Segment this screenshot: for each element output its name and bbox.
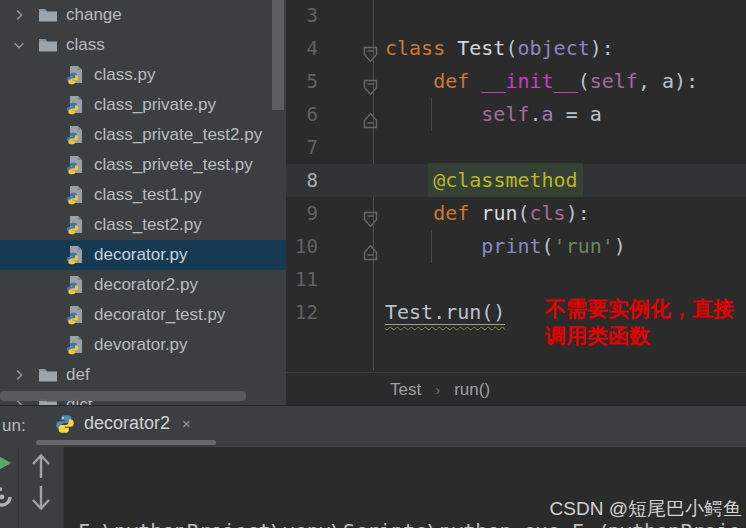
code-line-6[interactable]: 6 self.a = a (286, 98, 746, 131)
code-line-4[interactable]: 4class Test(object): (286, 32, 746, 65)
code-line-7[interactable]: 7 (286, 131, 746, 164)
code-token: self (481, 102, 529, 126)
tree-file-class-private-test2-py[interactable]: class_private_test2.py (0, 120, 286, 150)
tree-item-label: class (66, 35, 105, 55)
code-token: a (542, 102, 554, 126)
code-token: @classmethod (433, 168, 578, 192)
chevron-right-icon[interactable] (10, 366, 28, 384)
fold-marker-up-icon[interactable] (363, 106, 378, 123)
gutter-fold-column (318, 131, 376, 164)
rerun-play-icon[interactable] (0, 452, 13, 474)
run-tab-label[interactable]: decorator2 (84, 413, 170, 434)
tree-folder-def[interactable]: def (0, 360, 286, 390)
code-line-8[interactable]: 8 @classmethod (286, 164, 746, 197)
tree-folder-class[interactable]: class (0, 30, 286, 60)
chevron-down-icon[interactable] (10, 36, 28, 54)
console-scroll-toolbar (18, 447, 64, 528)
editor-lines: 34class Test(object):5 def __init__(self… (286, 0, 746, 329)
code-text: @classmethod (376, 164, 578, 197)
line-number: 9 (286, 197, 318, 230)
breadcrumb-method[interactable]: run() (454, 380, 490, 400)
code-token (385, 201, 433, 225)
line-number: 5 (286, 65, 318, 98)
python-file-icon (66, 156, 86, 175)
up-arrow-icon[interactable] (28, 452, 54, 480)
down-arrow-icon[interactable] (28, 484, 54, 512)
code-token: cls (530, 201, 566, 225)
tree-file-class-test2-py[interactable]: class_test2.py (0, 210, 286, 240)
code-token: ( (517, 201, 529, 225)
python-file-icon (66, 306, 86, 325)
breadcrumb-class[interactable]: Test (390, 380, 421, 400)
code-text (376, 263, 385, 296)
tree-horizontal-scrollbar[interactable] (0, 391, 246, 401)
code-editor[interactable]: 34class Test(object):5 def __init__(self… (286, 0, 746, 372)
code-line-3[interactable]: 3 (286, 0, 746, 32)
watermark: CSDN @短尾巴小鳄鱼 (550, 496, 742, 522)
code-text: def run(cls): (376, 197, 590, 230)
run-tab-strip: un: decorator2 × (0, 406, 746, 447)
tree-item-label: class.py (94, 65, 155, 85)
python-file-icon (66, 276, 86, 295)
code-token: ): (590, 36, 614, 60)
wrench-icon[interactable] (0, 485, 14, 509)
project-tree-panel: changeclassclass.pyclass_private.pyclass… (0, 0, 286, 405)
fold-marker-down-icon[interactable] (363, 73, 378, 90)
tree-file-class-py[interactable]: class.py (0, 60, 286, 90)
run-label: un: (2, 416, 26, 436)
active-tab-underline (36, 440, 216, 445)
tree-vertical-scrollbar[interactable] (272, 0, 284, 110)
code-token: print (481, 234, 541, 258)
line-number: 3 (286, 0, 318, 32)
tree-file-decorator-test-py[interactable]: decorator_test.py (0, 300, 286, 330)
code-token: Test (457, 36, 505, 60)
tree-file-class-private-py[interactable]: class_private.py (0, 90, 286, 120)
code-text: Test.run() (376, 296, 505, 329)
code-token: , a): (638, 69, 698, 93)
gutter-fold-column (318, 164, 376, 197)
code-token: run (481, 201, 517, 225)
tree-item-label: decorator2.py (94, 275, 198, 295)
close-icon[interactable]: × (182, 415, 191, 432)
project-tree: changeclassclass.pyclass_private.pyclass… (0, 0, 286, 405)
tree-file-devorator-py[interactable]: devorator.py (0, 330, 286, 360)
tree-file-decorator-py[interactable]: decorator.py (0, 240, 286, 270)
python-file-icon (66, 66, 86, 85)
code-text: self.a = a (376, 98, 602, 131)
code-token: Test.run() (385, 300, 505, 325)
run-tab-decorator2[interactable]: decorator2 × (55, 413, 191, 434)
tree-item-label: class_test1.py (94, 185, 202, 205)
code-text: class Test(object): (376, 32, 614, 65)
tree-file-class-test1-py[interactable]: class_test1.py (0, 180, 286, 210)
python-file-icon (66, 246, 86, 265)
red-annotation: 不需要实例化，直接 调用类函数 (545, 295, 734, 349)
python-file-icon (66, 186, 86, 205)
tree-folder-change[interactable]: change (0, 0, 286, 30)
tree-item-label: def (66, 365, 90, 385)
code-text: print('run') (376, 230, 626, 263)
run-console[interactable]: F:\pythonProject\venv\Scripts\python.exe… (0, 447, 746, 528)
code-line-11[interactable]: 11 (286, 263, 746, 296)
line-number: 8 (286, 164, 318, 197)
tree-file-class-privete-test-py[interactable]: class_privete_test.py (0, 150, 286, 180)
python-logo-icon (55, 414, 75, 434)
chevron-right-icon[interactable] (10, 6, 28, 24)
folder-icon (38, 366, 58, 384)
gutter-fold-column (318, 0, 376, 32)
python-file-icon (66, 96, 86, 115)
code-line-9[interactable]: 9 def run(cls): (286, 197, 746, 230)
fold-marker-up-icon[interactable] (363, 238, 378, 255)
code-line-10[interactable]: 10 print('run') (286, 230, 746, 263)
tree-item-label: devorator.py (94, 335, 188, 355)
run-tool-window: un: decorator2 × (0, 405, 746, 528)
fold-marker-down-icon[interactable] (363, 40, 378, 57)
code-token (385, 168, 433, 192)
code-token: . (530, 102, 542, 126)
line-number: 11 (286, 263, 318, 296)
code-line-5[interactable]: 5 def __init__(self, a): (286, 65, 746, 98)
code-token: ): (566, 201, 590, 225)
fold-marker-down-icon[interactable] (363, 205, 378, 222)
tree-file-decorator2-py[interactable]: decorator2.py (0, 270, 286, 300)
code-token: ( (505, 36, 517, 60)
line-number: 10 (286, 230, 318, 263)
